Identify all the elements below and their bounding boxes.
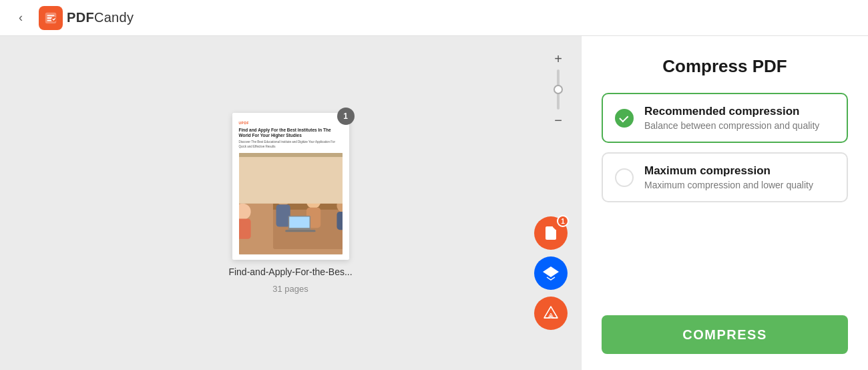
action-buttons: 1 bbox=[534, 216, 568, 330]
google-drive-icon bbox=[543, 305, 559, 321]
maximum-text: Maximum compression Maximum compression … bbox=[644, 164, 813, 190]
maximum-label: Maximum compression bbox=[644, 164, 813, 178]
logo: PDFCandy bbox=[39, 6, 134, 30]
pdf-thumb-title: Find and Apply For the Best Institutes I… bbox=[239, 128, 343, 139]
recommended-description: Balance between compression and quality bbox=[644, 120, 819, 131]
pdf-thumb-header: UPDF bbox=[239, 121, 343, 125]
right-panel: Compress PDF Recommended compression Bal… bbox=[581, 36, 868, 370]
recommended-label: Recommended compression bbox=[644, 105, 819, 118]
svg-rect-16 bbox=[289, 216, 309, 228]
panel-title: Compress PDF bbox=[602, 56, 848, 77]
dropbox-button[interactable] bbox=[534, 256, 568, 290]
recommended-text: Recommended compression Balance between … bbox=[644, 105, 819, 131]
google-drive-button[interactable] bbox=[534, 297, 568, 330]
svg-rect-19 bbox=[239, 153, 343, 157]
pdf-thumbnail: UPDF Find and Apply For the Best Institu… bbox=[232, 113, 349, 260]
recommended-radio[interactable] bbox=[615, 109, 634, 128]
add-file-button[interactable]: 1 bbox=[534, 216, 568, 250]
pdf-thumb-image bbox=[239, 153, 343, 254]
maximum-compression-option[interactable]: Maximum compression Maximum compression … bbox=[602, 152, 848, 202]
zoom-in-button[interactable]: + bbox=[549, 49, 568, 68]
logo-icon bbox=[39, 6, 63, 30]
main-area: + − 1 bbox=[0, 36, 868, 370]
topbar: ‹ PDFCandy bbox=[0, 0, 868, 36]
svg-rect-8 bbox=[239, 218, 251, 238]
add-file-badge: 1 bbox=[557, 215, 569, 227]
pdf-page-count: 31 pages bbox=[272, 284, 308, 294]
page-badge: 1 bbox=[337, 108, 355, 125]
pdf-thumb-subtitle: Discover The Best Educational Institute … bbox=[239, 140, 343, 149]
preview-panel: + − 1 bbox=[0, 36, 581, 370]
pdf-file-name: Find-and-Apply-For-the-Bes... bbox=[228, 266, 352, 277]
pdf-container: UPDF Find and Apply For the Best Institu… bbox=[228, 113, 352, 294]
dropbox-icon bbox=[543, 265, 559, 281]
recommended-compression-option[interactable]: Recommended compression Balance between … bbox=[602, 93, 848, 143]
zoom-controls: + − bbox=[549, 49, 568, 130]
svg-rect-17 bbox=[285, 230, 315, 232]
svg-rect-18 bbox=[239, 153, 343, 204]
add-file-icon bbox=[543, 225, 559, 241]
zoom-out-button[interactable]: − bbox=[549, 111, 568, 130]
logo-text: PDFCandy bbox=[67, 10, 134, 25]
maximum-description: Maximum compression and lower quality bbox=[644, 180, 813, 190]
zoom-slider-thumb[interactable] bbox=[554, 85, 563, 94]
compress-button[interactable]: COMPRESS bbox=[602, 315, 848, 354]
zoom-slider-track bbox=[557, 69, 560, 110]
back-button[interactable]: ‹ bbox=[11, 8, 31, 28]
svg-rect-10 bbox=[276, 204, 290, 226]
maximum-radio[interactable] bbox=[615, 168, 634, 187]
pdf-thumb-wrapper: UPDF Find and Apply For the Best Institu… bbox=[232, 113, 349, 260]
svg-rect-14 bbox=[337, 212, 343, 230]
